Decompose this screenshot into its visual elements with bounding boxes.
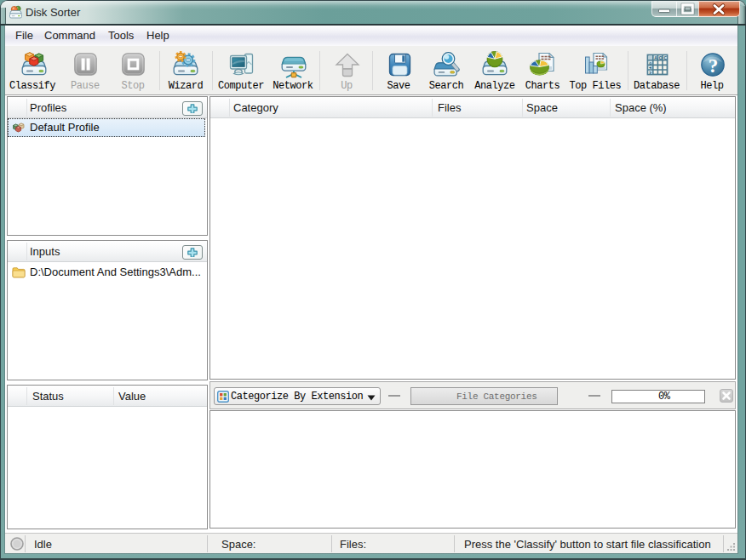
svg-text:O: O bbox=[659, 55, 663, 60]
svg-text:A: A bbox=[654, 55, 657, 60]
svg-text:э: э bbox=[649, 70, 651, 75]
svg-text:?: ? bbox=[709, 55, 719, 77]
svg-text:C: C bbox=[663, 55, 667, 60]
